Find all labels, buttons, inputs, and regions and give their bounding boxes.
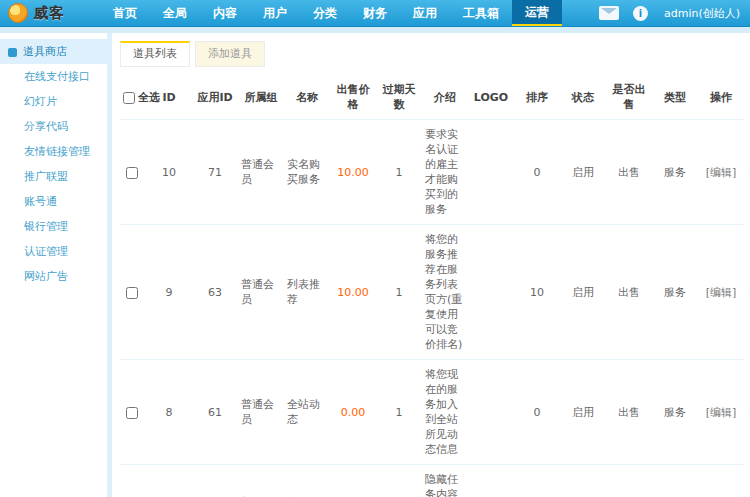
user-label[interactable]: admin(创始人) [664,6,740,21]
cell-intro: 将您的服务推荐在服务列表页方(重复使用可以竞价排名) [422,225,468,360]
nav-item[interactable]: 运营 [512,0,562,26]
cell-operation: [编辑] [698,120,744,225]
cell-group: 普通会员 [238,225,284,360]
layout: 道具商店 在线支付接口 幻灯片 分享代码 友情链接管理 推广联盟 账号通 [0,33,750,497]
main-nav: 首页 全局 内容 用户 分类 财务 应用 工具箱 运营 [100,0,562,26]
sidebar-item[interactable]: 在线支付接口 [0,64,107,89]
cell-id: 7 [146,465,192,497]
nav-item[interactable]: 应用 [400,0,450,26]
sidebar-item-label: 银行管理 [24,220,68,233]
column-header: 介绍 [422,75,468,120]
cell-id: 8 [146,360,192,465]
cell-name: 列表推荐 [284,225,330,360]
topbar-right: i admin(创始人) [599,0,750,26]
nav-item[interactable]: 分类 [300,0,350,26]
app-logo: 威客 [0,0,100,26]
nav-item[interactable]: 全局 [150,0,200,26]
cell-intro: 要求实名认证的雇主才能购买到的服务 [422,120,468,225]
column-header: 状态 [560,75,606,120]
cell-sort: 0 [514,120,560,225]
cell-on-sale: 出售 [606,225,652,360]
cell-app-id: 53 [192,465,238,497]
column-header: 名称 [284,75,330,120]
cell-expire-days: 1 [376,465,422,497]
cell-on-sale: 出售 [606,360,652,465]
cell-sort: 0 [514,360,560,465]
cube-icon [8,48,17,57]
cell-type: 服务 [652,225,698,360]
cell-id: 9 [146,225,192,360]
sidebar-item-label: 认证管理 [24,245,68,258]
topbar: 威客 首页 全局 内容 用户 分类 财务 应用 工具箱 运营 i admin(创… [0,0,750,27]
sidebar-item-label: 分享代码 [24,120,68,133]
cell-price: 10.00 [330,120,376,225]
nav-item[interactable]: 财务 [350,0,400,26]
cell-price: 10.00 [330,225,376,360]
nav-item[interactable]: 工具箱 [450,0,512,26]
cell-app-id: 63 [192,225,238,360]
column-header: 排序 [514,75,560,120]
cell-operation: [编辑] [698,465,744,497]
sidebar-item[interactable]: 银行管理 [0,214,107,239]
select-all-cell: 全选 [120,75,146,120]
sidebar-item[interactable]: 幻灯片 [0,89,107,114]
tabs: 道具列表 添加道具 [120,41,744,67]
table-body: 10 71 普通会员 实名购买服务 10.00 1 要求实名认证的雇主才能购买到… [120,120,744,497]
select-all-checkbox[interactable] [123,92,135,104]
message-icon[interactable] [599,6,619,20]
cell-logo [468,465,514,497]
cell-price: 10.00 [330,465,376,497]
sidebar-item[interactable]: 认证管理 [0,239,107,264]
row-check-cell [120,465,146,497]
cell-status: 启用 [560,360,606,465]
sidebar-item-label: 道具商店 [23,45,67,58]
sidebar-item[interactable]: 账号通 [0,189,107,214]
tab[interactable]: 添加道具 [195,41,265,67]
main-content: 道具列表 添加道具 全选 ID 应用ID 所属组 名称 [112,33,750,497]
cell-app-id: 61 [192,360,238,465]
cell-expire-days: 1 [376,120,422,225]
cell-name: 全站动态 [284,360,330,465]
cell-expire-days: 1 [376,225,422,360]
column-header: 类型 [652,75,698,120]
cell-id: 10 [146,120,192,225]
sidebar-item-label: 推广联盟 [24,170,68,183]
nav-item[interactable]: 内容 [200,0,250,26]
nav-item[interactable]: 用户 [250,0,300,26]
select-all-label: 全选 [138,91,160,104]
row-checkbox[interactable] [126,287,138,299]
tab[interactable]: 道具列表 [120,41,190,67]
edit-link[interactable]: [编辑] [706,166,737,179]
sidebar-item-label: 幻灯片 [24,95,57,108]
row-checkbox[interactable] [126,407,138,419]
cell-type: 任务 [652,465,698,497]
edit-link[interactable]: [编辑] [706,406,737,419]
cell-expire-days: 1 [376,360,422,465]
sidebar-item-label: 网站广告 [24,270,68,283]
cell-on-sale: 出售 [606,465,652,497]
cell-logo [468,360,514,465]
sidebar-item[interactable]: 网站广告 [0,264,107,289]
nav-item[interactable]: 首页 [100,0,150,26]
cell-sort: 10 [514,225,560,360]
cell-logo [468,120,514,225]
sidebar-item[interactable]: 友情链接管理 [0,139,107,164]
cell-type: 服务 [652,360,698,465]
sidebar-item[interactable]: 分享代码 [0,114,107,139]
logo-text: 威客 [33,4,65,23]
logo-icon [8,3,28,23]
info-icon[interactable]: i [633,6,648,21]
cell-name: 隐藏任务 [284,465,330,497]
table-row: 8 61 普通会员 全站动态 0.00 1 将您现在的服务加入到全站所见动态信息… [120,360,744,465]
row-checkbox[interactable] [126,167,138,179]
sidebar-item-label: 账号通 [24,195,57,208]
cell-on-sale: 出售 [606,120,652,225]
cell-logo [468,225,514,360]
cell-group: 普通会员 [238,360,284,465]
cell-sort: 0 [514,465,560,497]
cell-app-id: 71 [192,120,238,225]
sidebar-item[interactable]: 推广联盟 [0,164,107,189]
sidebar-item[interactable]: 道具商店 [0,39,107,64]
column-header: 操作 [698,75,744,120]
edit-link[interactable]: [编辑] [706,286,737,299]
